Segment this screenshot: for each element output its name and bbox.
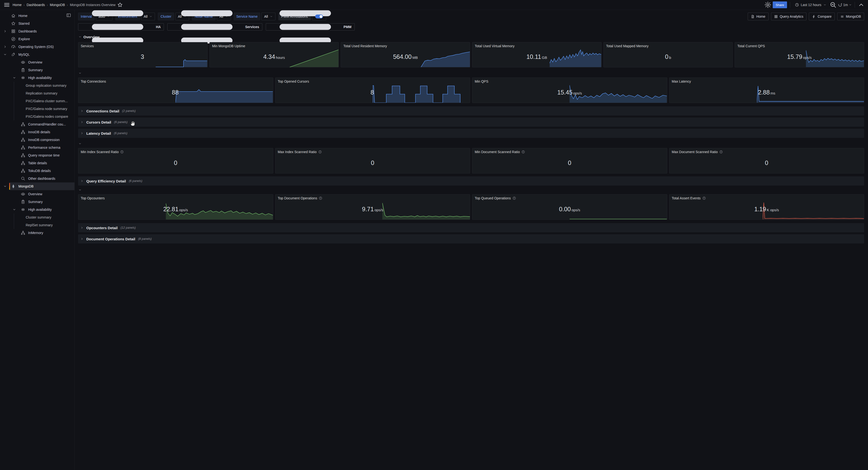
- sidebar-item-explore[interactable]: Explore: [0, 35, 74, 43]
- sidebar-item-label: Home: [19, 14, 27, 18]
- equalizer-icon: [21, 207, 25, 212]
- compass-icon: [11, 37, 16, 41]
- chevron-down-icon[interactable]: [12, 208, 16, 211]
- panel-title[interactable]: Top Document Operations: [278, 196, 322, 200]
- panel-title[interactable]: Min MongoDB Uptime: [212, 44, 245, 48]
- info-icon[interactable]: [120, 150, 124, 154]
- sidebar-item-pxc-galera-nodes-compare[interactable]: PXC/Galera nodes compare: [0, 113, 74, 121]
- chevron-down-icon[interactable]: [12, 76, 16, 79]
- breadcrumb-home[interactable]: Home: [12, 3, 22, 7]
- sidebar-item-mongodb[interactable]: MongoDB: [0, 182, 74, 190]
- row-collapse-toggle[interactable]: [79, 71, 434, 76]
- chevron-down-icon: [79, 72, 82, 75]
- apps-icon: [11, 29, 16, 33]
- panel-top-opcounters: Top Opcounters 22.81ops/s: [78, 194, 273, 220]
- top-stat-row: Top Connections 88 Top Opened Cursors 8 …: [78, 77, 434, 103]
- chevron-down-icon[interactable]: [3, 53, 7, 56]
- breadcrumb-dashboards[interactable]: Dashboards: [27, 3, 45, 7]
- sidebar-item-overview[interactable]: Overview: [0, 190, 74, 198]
- panel-title[interactable]: Min Index Scanned Ratio: [81, 150, 124, 154]
- sidebar-item-other-dashboards[interactable]: Other dashboards: [0, 175, 74, 182]
- favorite-star-icon[interactable]: [117, 2, 123, 7]
- sidebar-item-home[interactable]: Home: [0, 12, 74, 20]
- sidebar-item-label: Overview: [28, 192, 42, 196]
- info-icon[interactable]: [319, 197, 322, 200]
- home-icon: [11, 13, 16, 18]
- panel-top-connections: Top Connections 88: [78, 77, 273, 103]
- panel-title[interactable]: Total Used Resident Memory: [343, 44, 387, 48]
- panel-title[interactable]: Max Index Scanned Ratio: [278, 150, 322, 154]
- sitemap-icon: [21, 153, 25, 158]
- sidebar-item-pxc-galera-node-summary[interactable]: PXC/Galera node summary: [0, 105, 74, 113]
- breadcrumb-mongodb[interactable]: MongoDB: [50, 3, 65, 7]
- quick-link-services-button[interactable]: Services: [167, 23, 262, 31]
- ratio-stat-row: Min Index Scanned Ratio 0 Max Index Scan…: [78, 148, 434, 173]
- sidebar-collapse-icon[interactable]: [66, 13, 71, 18]
- sidebar-item-high-availability[interactable]: High availability: [0, 74, 74, 82]
- sidebar-item-label: PXC/Galera nodes compare: [26, 114, 68, 119]
- sitemap-icon: [21, 161, 25, 165]
- section-title: Overview: [84, 35, 100, 39]
- section-panel-count: (6 panels): [129, 179, 142, 183]
- sidebar-item-label: Operating System (OS): [19, 45, 54, 49]
- stat-value: 22.81ops/s: [78, 205, 273, 212]
- quick-link-ha-button[interactable]: HA: [78, 23, 164, 31]
- sidebar-item-pxc-galera-cluster-summ[interactable]: PXC/Galera cluster summ...: [0, 97, 74, 105]
- sidebar-item-label: MySQL: [19, 53, 30, 57]
- sidebar-item-summary[interactable]: Summary: [0, 66, 74, 74]
- sidebar-item-cluster-summary[interactable]: Cluster summary: [0, 213, 74, 221]
- sidebar-item-tokudb-details[interactable]: TokuDB details: [0, 167, 74, 175]
- sidebar-item-inmemory[interactable]: InMemory: [0, 229, 74, 235]
- sidebar-item-overview[interactable]: Overview: [0, 58, 74, 66]
- quick-link-pmm-button[interactable]: PMM: [266, 23, 355, 31]
- chevron-right-icon: [81, 132, 84, 135]
- panel-total-used-resident-memory: Total Used Resident Memory 564.00MB: [341, 42, 434, 67]
- sidebar-item-label: High availability: [28, 208, 52, 211]
- section-row-opcounters-detail[interactable]: Opcounters Detail (12 panels): [78, 223, 434, 232]
- clipboard-icon: [21, 200, 25, 204]
- section-row-document-operations-detail[interactable]: Document Operations Detail (8 panels): [78, 234, 434, 235]
- row-collapse-toggle[interactable]: [79, 188, 434, 192]
- sidebar-item-replset-summary[interactable]: ReplSet summary: [0, 221, 74, 229]
- panel-title[interactable]: Top Connections: [81, 79, 106, 83]
- sidebar-item-mysql[interactable]: MySQL: [0, 51, 74, 58]
- sidebar-item-dashboards[interactable]: Dashboards: [0, 27, 74, 35]
- sidebar-item-summary[interactable]: Summary: [0, 198, 74, 206]
- sidebar-item-label: Group replication summary: [26, 83, 66, 88]
- sidebar-item-label: InnoDB compression: [28, 138, 60, 142]
- stat-value: 564.00MB: [341, 53, 434, 60]
- info-icon[interactable]: [318, 150, 322, 154]
- sidebar-item-performance-schema[interactable]: Performance schema: [0, 144, 74, 152]
- gauge-icon: [11, 44, 16, 49]
- section-row-connections-detail[interactable]: Connections Detail (2 panels): [78, 106, 434, 115]
- sidebar-item-operating-system-os[interactable]: Operating System (OS): [0, 43, 74, 51]
- sidebar-item-starred[interactable]: Starred: [0, 20, 74, 27]
- menu-icon[interactable]: [3, 1, 10, 8]
- section-row-latency-detail[interactable]: Latency Detail (6 panels): [78, 129, 434, 138]
- panel-title[interactable]: Services: [81, 44, 94, 48]
- sidebar-item-label: Replication summary: [26, 91, 58, 95]
- sidebar-item-table-details[interactable]: Table details: [0, 159, 74, 167]
- breadcrumb-separator: ›: [24, 3, 25, 7]
- sidebar-item-query-response-time[interactable]: Query response time: [0, 152, 74, 159]
- sidebar-item-innodb-compression[interactable]: InnoDB compression: [0, 136, 74, 144]
- row-collapse-toggle[interactable]: [79, 141, 434, 146]
- chevron-right-icon: [81, 121, 84, 124]
- chevron-right-icon[interactable]: [3, 30, 7, 33]
- section-row-query-efficiency-detail[interactable]: Query Efficiency Detail (6 panels): [78, 176, 434, 186]
- sidebar-item-label: PXC/Galera node summary: [26, 107, 67, 111]
- sidebar-item-high-availability[interactable]: High availability: [0, 206, 74, 213]
- section-row-cursors-detail[interactable]: Cursors Detail (6 panels): [78, 118, 434, 127]
- section-title: Query Efficiency Detail: [86, 179, 126, 183]
- chevron-right-icon[interactable]: [3, 45, 7, 48]
- sidebar-item-command-handler-cou[interactable]: Command/Handler cou...: [0, 121, 74, 128]
- stat-value: 88: [78, 89, 273, 96]
- panel-title[interactable]: Top Opened Cursors: [278, 79, 309, 83]
- sidebar-item-replication-summary[interactable]: Replication summary: [0, 90, 74, 97]
- panel-title[interactable]: Top Opcounters: [81, 196, 105, 200]
- chevron-down-icon[interactable]: [3, 184, 7, 188]
- sidebar-item-innodb-details[interactable]: InnoDB details: [0, 128, 74, 136]
- sidebar-item-label: Cluster summary: [26, 215, 52, 219]
- sidebar-item-label: Other dashboards: [28, 177, 55, 180]
- sidebar-item-group-replication-summary[interactable]: Group replication summary: [0, 82, 74, 90]
